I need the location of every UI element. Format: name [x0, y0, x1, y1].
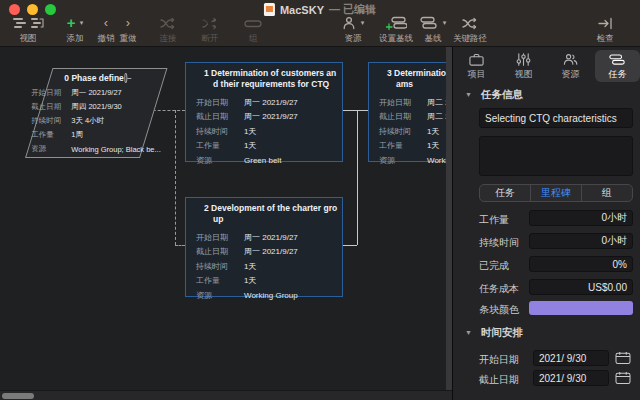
connector-dashed-0-2[interactable]	[175, 245, 185, 246]
redo-label: 重做	[114, 33, 142, 45]
tab-label: 资源	[562, 68, 580, 81]
inspect-button[interactable]: 检查	[588, 15, 622, 45]
connector-1-3[interactable]	[343, 110, 369, 111]
resource-label: 资源	[336, 33, 370, 45]
segment-task[interactable]: 任务	[480, 185, 530, 201]
redo-icon: ›	[126, 16, 130, 30]
task-field-row: 截止日期周二 20	[369, 110, 452, 125]
collapse-icon[interactable]	[124, 73, 127, 83]
task-bars-icon	[609, 52, 626, 67]
task-box-2[interactable]: 2 Development of the charter gro up 开始日期…	[185, 197, 343, 297]
titlebar-toolbar: MacSKY — 已编辑 视图 +▾ 添加 ‹ 撤销 › 重做 连接	[0, 0, 640, 47]
tab-project[interactable]: 项目	[454, 50, 499, 82]
task-field-row: 工作量1天	[369, 139, 452, 154]
task-field-row: 持续时间3天 4小时	[26, 114, 139, 128]
task-title-line2: ams	[369, 79, 452, 90]
inspector-tabs: 项目 视图 资源 任务	[453, 48, 640, 84]
work-input[interactable]: 0小时	[529, 210, 633, 226]
task-box-0[interactable]: 0 Phase define 开始日期周一 2021/9/27 截止日期周四 2…	[25, 68, 168, 158]
schedule-section-header[interactable]: ▼ 时间安排	[465, 326, 523, 340]
start-date-input[interactable]: 2021/ 9/30	[533, 350, 609, 366]
tab-label: 项目	[468, 68, 486, 81]
segment-milestone[interactable]: 里程碑	[530, 185, 581, 201]
view-button[interactable]: 视图	[5, 15, 51, 45]
zoom-window-button[interactable]	[45, 4, 56, 15]
task-title-line1: 1 Determination of customers an	[186, 63, 342, 79]
critical-path-button[interactable]: 关键路径	[448, 15, 492, 45]
start-date-label: 开始日期	[479, 353, 519, 367]
completed-label: 已完成	[479, 259, 509, 273]
connect-label: 连接	[150, 33, 186, 45]
network-view-icon	[30, 16, 45, 30]
task-name-input[interactable]: Selecting CTQ characteristics	[479, 108, 633, 128]
disconnect-button[interactable]: 断开	[192, 15, 228, 45]
group-button[interactable]: 组	[236, 15, 270, 45]
view-label: 视图	[5, 33, 51, 45]
task-field-row: 工作量1天	[186, 274, 342, 289]
task-field-row: 持续时间1天	[186, 259, 342, 274]
tab-task[interactable]: 任务	[595, 50, 640, 82]
task-field-row: 资源Workin	[369, 153, 452, 168]
baseline-label: 基线	[416, 33, 450, 45]
task-field-row: 持续时间1天	[186, 124, 342, 139]
chevron-down-icon: ▾	[443, 19, 447, 27]
work-label: 工作量	[479, 213, 509, 227]
tab-view[interactable]: 视图	[501, 50, 546, 82]
close-window-button[interactable]	[9, 4, 20, 15]
bar-color-swatch[interactable]	[529, 301, 633, 315]
task-field-row: 开始日期周一 2021/9/27	[186, 95, 342, 110]
horizontal-scrollbar-thumb[interactable]	[2, 393, 34, 399]
set-baseline-icon	[386, 16, 407, 30]
app-window: MacSKY — 已编辑 视图 +▾ 添加 ‹ 撤销 › 重做 连接	[0, 0, 640, 400]
disclosure-triangle-icon: ▼	[465, 329, 472, 336]
task-cost-input[interactable]: US$0.00	[529, 279, 633, 295]
chevron-down-icon: ▾	[361, 19, 365, 27]
app-title: MacSKY	[280, 4, 324, 16]
tab-resources[interactable]: 资源	[548, 50, 593, 82]
segment-group[interactable]: 组	[581, 185, 632, 201]
task-title-line2: up	[186, 214, 342, 225]
person-icon	[342, 16, 357, 30]
task-title-line2: d their requirements for CTQ	[186, 79, 342, 90]
task-box-3[interactable]: 3 Determination o ams 开始日期周二 20 截止日期周二 2…	[368, 62, 452, 162]
end-date-input[interactable]: 2021/ 9/30	[533, 370, 609, 386]
task-notes-input[interactable]	[479, 136, 633, 176]
diagram-canvas[interactable]: 0 Phase define 开始日期周一 2021/9/27 截止日期周四 2…	[0, 47, 452, 400]
connector-2-3-vertical[interactable]	[357, 110, 358, 245]
task-title-line1: 3 Determination o	[369, 63, 452, 79]
end-date-calendar-button[interactable]	[613, 370, 633, 386]
duration-input[interactable]: 0小时	[529, 233, 633, 249]
connector-2-3[interactable]	[343, 245, 357, 246]
inspector-sidebar: 项目 视图 资源 任务 ▼ 任务信息 Selecting CTQ charact…	[452, 47, 640, 400]
connector-dashed-0-2-vertical[interactable]	[175, 110, 176, 245]
minimize-window-button[interactable]	[27, 4, 38, 15]
task-field-row: 开始日期周一 2021/9/27	[186, 230, 342, 245]
chevron-down-icon: ▾	[80, 19, 84, 27]
gantt-view-icon	[12, 16, 27, 30]
task-box-1[interactable]: 1 Determination of customers an d their …	[185, 62, 343, 162]
undo-icon: ‹	[104, 16, 108, 30]
task-info-section-header[interactable]: ▼ 任务信息	[465, 88, 523, 102]
baseline-button[interactable]: ▾ 基线	[416, 15, 450, 45]
end-date-label: 截止日期	[479, 373, 519, 387]
set-baseline-button[interactable]: 设置基线	[374, 15, 418, 45]
start-date-calendar-button[interactable]	[613, 350, 633, 366]
task-title: 0 Phase define	[64, 73, 124, 83]
task-field-row: 开始日期周一 2021/9/27	[26, 86, 139, 100]
baseline-icon	[420, 16, 439, 30]
redo-button[interactable]: › 重做	[114, 15, 142, 45]
traffic-lights	[9, 4, 56, 15]
completed-input[interactable]: 0%	[529, 256, 633, 272]
group-icon	[243, 17, 263, 30]
resource-button[interactable]: ▾ 资源	[336, 15, 370, 45]
critical-path-icon	[462, 17, 479, 30]
set-baseline-label: 设置基线	[374, 33, 418, 45]
group-label: 组	[236, 33, 270, 45]
bar-color-label: 条块颜色	[479, 303, 519, 317]
plus-icon: +	[67, 16, 76, 30]
connect-button[interactable]: 连接	[150, 15, 186, 45]
inspect-label: 检查	[588, 33, 622, 45]
add-button[interactable]: +▾ 添加	[58, 15, 92, 45]
horizontal-scrollbar[interactable]	[0, 390, 452, 400]
task-field-row: 资源Green belt	[186, 153, 342, 168]
